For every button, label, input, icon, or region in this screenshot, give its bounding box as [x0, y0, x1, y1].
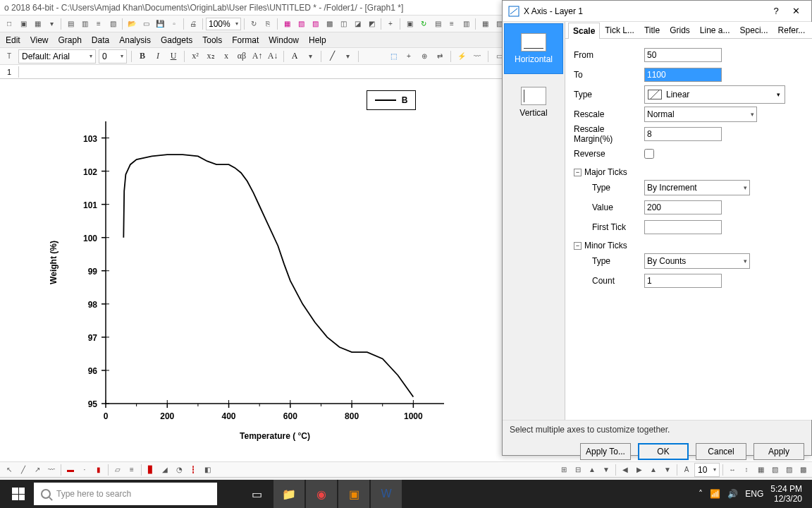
- recalc-icon[interactable]: ↻: [417, 18, 430, 30]
- pointer-tool-icon[interactable]: ↖: [3, 464, 16, 476]
- ungroup-icon[interactable]: ⊟: [572, 464, 584, 476]
- collapse-icon[interactable]: −: [574, 242, 582, 250]
- collapse-icon[interactable]: −: [574, 169, 582, 176]
- line-style-icon[interactable]: ≡: [125, 464, 138, 476]
- reverse-checkbox[interactable]: [644, 149, 654, 159]
- open-excel-icon[interactable]: ▤: [64, 18, 77, 30]
- add-column-icon[interactable]: +: [384, 18, 397, 30]
- save-icon[interactable]: 💾: [154, 18, 166, 30]
- task-view-icon[interactable]: ▭: [241, 480, 272, 508]
- new-2d-icon[interactable]: ◪: [351, 18, 364, 30]
- major-ticks-header[interactable]: − Major Ticks: [574, 167, 812, 177]
- system-tray[interactable]: ˄ 📶 🔊 ENG 5:24 PM 12/3/20: [699, 484, 808, 504]
- import-multi-icon[interactable]: ▧: [106, 18, 119, 30]
- font-combo[interactable]: Default: Arial: [18, 49, 96, 64]
- superscript-button[interactable]: x²: [189, 50, 202, 63]
- tray-volume-icon[interactable]: 🔊: [727, 489, 738, 499]
- new-folder-icon[interactable]: ▣: [17, 18, 30, 30]
- plot-bar-icon[interactable]: ▮: [92, 464, 105, 476]
- dialog-titlebar[interactable]: X Axis - Layer 1 ? ✕: [503, 1, 811, 22]
- menu-edit[interactable]: Edit: [6, 35, 20, 45]
- new-3d-icon[interactable]: ◩: [365, 18, 378, 30]
- axis-item-horizontal[interactable]: Horizontal: [504, 23, 563, 74]
- line-tool-icon[interactable]: ╱: [17, 464, 30, 476]
- align-left-icon[interactable]: ◀: [619, 464, 632, 476]
- import-wizard-icon[interactable]: ▥: [78, 18, 91, 30]
- greek-button[interactable]: αβ: [235, 50, 248, 63]
- search-box[interactable]: Type here to search: [34, 483, 217, 505]
- plot-column-icon[interactable]: ▊: [144, 464, 157, 476]
- menu-graph[interactable]: Graph: [58, 35, 81, 45]
- tray-clock[interactable]: 5:24 PM 12/3/20: [770, 484, 802, 504]
- tray-network-icon[interactable]: 📶: [710, 489, 720, 499]
- tab-title[interactable]: Title: [639, 22, 665, 38]
- save-template-icon[interactable]: ▫: [168, 18, 180, 30]
- tab-scale[interactable]: Scale: [568, 23, 600, 39]
- align-right-icon[interactable]: ▶: [633, 464, 646, 476]
- plot-stock-icon[interactable]: ┇: [187, 464, 199, 476]
- decrease-font-icon[interactable]: A↓: [266, 50, 279, 63]
- tab-tick-labels[interactable]: Tick L...: [600, 22, 639, 38]
- new-notes-icon[interactable]: ▩: [323, 18, 336, 30]
- cancel-button[interactable]: Cancel: [696, 443, 746, 460]
- font-color-icon[interactable]: A: [288, 50, 301, 63]
- task-explorer-icon[interactable]: 📁: [273, 480, 304, 508]
- code-builder-icon[interactable]: ▣: [403, 18, 416, 30]
- menu-format[interactable]: Format: [232, 35, 259, 45]
- tab-grids[interactable]: Grids: [665, 22, 695, 38]
- menu-data[interactable]: Data: [92, 35, 109, 45]
- front-icon[interactable]: ▲: [586, 464, 598, 476]
- italic-button[interactable]: I: [152, 50, 164, 63]
- help-button[interactable]: ?: [766, 4, 786, 19]
- group-icon[interactable]: ⊞: [558, 464, 570, 476]
- font-color-dropdown-icon[interactable]: ▾: [304, 50, 316, 63]
- results-log-icon[interactable]: ▤: [431, 18, 444, 30]
- font-dec-icon[interactable]: A: [680, 464, 693, 476]
- new-project-icon[interactable]: □: [3, 18, 16, 30]
- open-template-icon[interactable]: ▭: [140, 18, 152, 30]
- uniform-width-icon[interactable]: ↔: [726, 464, 739, 476]
- speed-mode-icon[interactable]: ⚡: [455, 50, 468, 63]
- open-icon[interactable]: 📂: [125, 18, 138, 30]
- print-icon[interactable]: 🖨: [187, 18, 199, 30]
- plot-scatter-icon[interactable]: ·: [78, 464, 91, 476]
- apply-button[interactable]: Apply: [753, 443, 804, 460]
- major-value-input[interactable]: [644, 200, 722, 214]
- curve-tool-icon[interactable]: 〰: [45, 464, 58, 476]
- refresh-icon[interactable]: ↻: [247, 18, 260, 30]
- apply-to-button[interactable]: Apply To...: [580, 443, 631, 460]
- increase-font-icon[interactable]: A↑: [251, 50, 264, 63]
- close-button[interactable]: ✕: [786, 4, 806, 19]
- minor-type-select[interactable]: By Counts: [644, 253, 750, 269]
- start-button[interactable]: [4, 480, 32, 508]
- plot-3d-icon[interactable]: ◧: [201, 464, 214, 476]
- project-explorer-icon[interactable]: ▦: [479, 18, 491, 30]
- font-size-combo[interactable]: 0: [99, 49, 127, 64]
- rescale-select[interactable]: Normal: [644, 107, 757, 122]
- add-plot-icon[interactable]: +: [402, 50, 415, 63]
- arrow-tool-icon[interactable]: ↗: [31, 464, 44, 476]
- dropdown-icon[interactable]: ▾: [45, 18, 58, 30]
- task-origin-icon[interactable]: ◉: [306, 480, 337, 508]
- from-input[interactable]: [644, 48, 722, 62]
- new-layout-icon[interactable]: ▦: [281, 18, 293, 30]
- minor-count-input[interactable]: [644, 274, 722, 288]
- layer-arrange-icon[interactable]: ▦: [754, 464, 767, 476]
- align-top-icon[interactable]: ▲: [647, 464, 660, 476]
- plot-line-icon[interactable]: ▬: [64, 464, 77, 476]
- plot-area-icon[interactable]: ◢: [159, 464, 171, 476]
- back-icon[interactable]: ▼: [600, 464, 613, 476]
- new-matrix-icon[interactable]: ▨: [309, 18, 321, 30]
- major-type-select[interactable]: By Increment: [644, 180, 750, 195]
- fill-color-icon[interactable]: ▱: [111, 464, 124, 476]
- menu-tools[interactable]: Tools: [202, 35, 222, 45]
- tab-special[interactable]: Speci...: [735, 22, 773, 38]
- new-workbook-icon[interactable]: ▦: [31, 18, 44, 30]
- subscript-button[interactable]: x₂: [204, 50, 217, 63]
- to-input[interactable]: [644, 68, 722, 82]
- axis-item-vertical[interactable]: Vertical: [504, 77, 563, 128]
- tab-reference[interactable]: Refer...: [773, 22, 811, 38]
- align-bottom-icon[interactable]: ▼: [661, 464, 674, 476]
- menu-window[interactable]: Window: [269, 35, 299, 45]
- line-color-icon[interactable]: ╱: [326, 50, 338, 63]
